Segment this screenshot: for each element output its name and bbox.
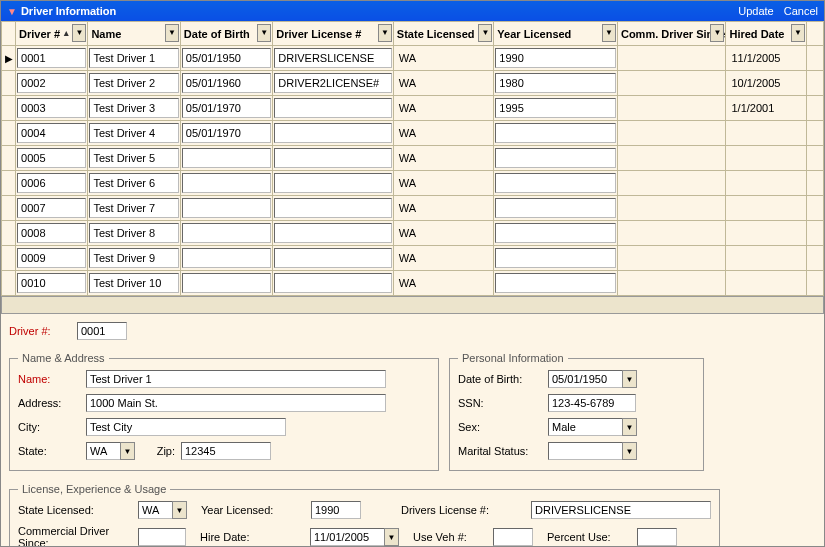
name-input[interactable]	[89, 98, 178, 118]
table-row[interactable]: WA1/1/2001	[2, 96, 824, 121]
dob-input[interactable]	[182, 273, 271, 293]
state-cell[interactable]: WA	[393, 71, 493, 96]
year-input[interactable]	[495, 73, 616, 93]
comm-cell[interactable]	[617, 146, 726, 171]
driver-grid[interactable]: Driver # ▴ ▼ Name ▼ Date of Birth ▼ Driv…	[1, 21, 824, 296]
dob-input[interactable]	[182, 198, 271, 218]
filter-dropdown-icon[interactable]: ▼	[602, 24, 616, 42]
row-selector[interactable]	[2, 221, 16, 246]
year-input[interactable]	[495, 273, 616, 293]
year-input[interactable]	[495, 123, 616, 143]
comm-cell[interactable]	[617, 271, 726, 296]
table-row[interactable]: WA	[2, 221, 824, 246]
license-input[interactable]	[274, 98, 392, 118]
row-selector[interactable]: ▶	[2, 46, 16, 71]
hired-cell[interactable]: 1/1/2001	[726, 96, 806, 121]
license-input[interactable]	[274, 123, 392, 143]
chevron-down-icon[interactable]: ▼	[172, 501, 187, 519]
driver-no-input[interactable]	[17, 273, 86, 293]
chevron-down-icon[interactable]: ▼	[622, 442, 637, 460]
header-license[interactable]: Driver License # ▼	[273, 22, 394, 46]
year-input[interactable]	[495, 223, 616, 243]
filter-dropdown-icon[interactable]: ▼	[257, 24, 271, 42]
name-field[interactable]	[86, 370, 386, 388]
table-row[interactable]: WA10/1/2005	[2, 71, 824, 96]
filter-dropdown-icon[interactable]: ▼	[165, 24, 179, 42]
driver-no-input[interactable]	[17, 223, 86, 243]
dob-input[interactable]	[182, 98, 271, 118]
dob-input[interactable]	[182, 223, 271, 243]
filter-dropdown-icon[interactable]: ▼	[710, 24, 724, 42]
driver-no-input[interactable]	[17, 148, 86, 168]
license-input[interactable]	[274, 173, 392, 193]
name-input[interactable]	[89, 198, 178, 218]
header-state[interactable]: State Licensed ▼	[393, 22, 493, 46]
filter-dropdown-icon[interactable]: ▼	[478, 24, 492, 42]
state-cell[interactable]: WA	[393, 221, 493, 246]
address-field[interactable]	[86, 394, 386, 412]
license-input[interactable]	[274, 48, 392, 68]
hired-cell[interactable]	[726, 171, 806, 196]
name-input[interactable]	[89, 248, 178, 268]
header-name[interactable]: Name ▼	[88, 22, 180, 46]
comm-since-field[interactable]	[138, 528, 186, 546]
hired-cell[interactable]	[726, 271, 806, 296]
name-input[interactable]	[89, 173, 178, 193]
driver-no-field[interactable]	[77, 322, 127, 340]
state-cell[interactable]: WA	[393, 96, 493, 121]
comm-cell[interactable]	[617, 71, 726, 96]
filter-dropdown-icon[interactable]: ▼	[378, 24, 392, 42]
license-input[interactable]	[274, 223, 392, 243]
dob-input[interactable]	[182, 48, 271, 68]
hired-cell[interactable]	[726, 121, 806, 146]
table-row[interactable]: WA	[2, 121, 824, 146]
driver-no-input[interactable]	[17, 198, 86, 218]
header-hired[interactable]: Hired Date ▼	[726, 22, 806, 46]
dob-input[interactable]	[182, 248, 271, 268]
state-cell[interactable]: WA	[393, 46, 493, 71]
table-row[interactable]: WA	[2, 246, 824, 271]
name-input[interactable]	[89, 73, 178, 93]
hired-cell[interactable]: 11/1/2005	[726, 46, 806, 71]
state-field[interactable]	[86, 442, 120, 460]
state-cell[interactable]: WA	[393, 271, 493, 296]
table-row[interactable]: ▶WA11/1/2005	[2, 46, 824, 71]
chevron-down-icon[interactable]: ▼	[120, 442, 135, 460]
year-input[interactable]	[495, 173, 616, 193]
year-licensed-field[interactable]	[311, 501, 361, 519]
year-input[interactable]	[495, 198, 616, 218]
horizontal-scrollbar[interactable]	[1, 296, 824, 314]
comm-cell[interactable]	[617, 121, 726, 146]
name-input[interactable]	[89, 148, 178, 168]
row-selector[interactable]	[2, 196, 16, 221]
state-cell[interactable]: WA	[393, 146, 493, 171]
name-input[interactable]	[89, 223, 178, 243]
year-input[interactable]	[495, 98, 616, 118]
update-button[interactable]: Update	[738, 5, 773, 17]
table-row[interactable]: WA	[2, 171, 824, 196]
comm-cell[interactable]	[617, 221, 726, 246]
license-input[interactable]	[274, 198, 392, 218]
comm-cell[interactable]	[617, 246, 726, 271]
row-selector[interactable]	[2, 271, 16, 296]
comm-cell[interactable]	[617, 46, 726, 71]
hired-cell[interactable]	[726, 196, 806, 221]
marital-field[interactable]	[548, 442, 622, 460]
driver-no-input[interactable]	[17, 248, 86, 268]
header-driver-no[interactable]: Driver # ▴ ▼	[16, 22, 88, 46]
chevron-down-icon[interactable]: ▼	[384, 528, 399, 546]
row-selector[interactable]	[2, 121, 16, 146]
dob-input[interactable]	[182, 173, 271, 193]
row-selector[interactable]	[2, 71, 16, 96]
hired-cell[interactable]	[726, 246, 806, 271]
driver-no-input[interactable]	[17, 173, 86, 193]
dob-input[interactable]	[182, 123, 271, 143]
ssn-field[interactable]	[548, 394, 636, 412]
row-selector[interactable]	[2, 171, 16, 196]
state-cell[interactable]: WA	[393, 121, 493, 146]
name-input[interactable]	[89, 48, 178, 68]
year-input[interactable]	[495, 148, 616, 168]
state-licensed-field[interactable]	[138, 501, 172, 519]
sex-field[interactable]	[548, 418, 622, 436]
row-selector[interactable]	[2, 96, 16, 121]
